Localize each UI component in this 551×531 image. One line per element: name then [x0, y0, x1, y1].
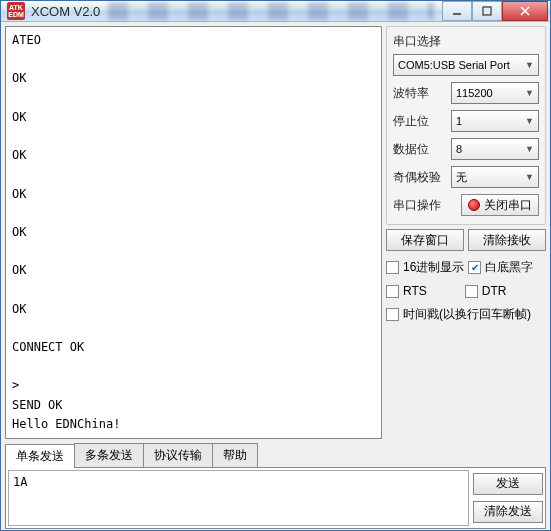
save-window-button[interactable]: 保存窗口 [386, 229, 464, 251]
app-window: ATK EDM XCOM V2.0 ATEO OK OK OK OK OK OK… [0, 0, 551, 531]
timestamp-checkbox[interactable] [386, 308, 399, 321]
send-tabs: 单条发送 多条发送 协议传输 帮助 [5, 443, 546, 468]
minimize-button[interactable] [442, 1, 472, 21]
port-select-combo[interactable]: COM5:USB Serial Port ▼ [393, 54, 539, 76]
databit-label: 数据位 [393, 141, 447, 158]
chevron-down-icon: ▼ [525, 88, 534, 98]
tab-single-send[interactable]: 单条发送 [5, 444, 75, 468]
status-dot-icon [468, 199, 480, 211]
window-title: XCOM V2.0 [31, 4, 100, 19]
rts-label: RTS [403, 284, 427, 298]
chevron-down-icon: ▼ [525, 116, 534, 126]
close-button[interactable] [502, 1, 548, 21]
clear-send-button[interactable]: 清除发送 [473, 501, 543, 523]
close-port-button[interactable]: 关闭串口 [461, 194, 539, 216]
hex-display-label: 16进制显示 [403, 259, 464, 276]
stopbit-label: 停止位 [393, 113, 447, 130]
chevron-down-icon: ▼ [525, 144, 534, 154]
baud-label: 波特率 [393, 85, 447, 102]
tab-help[interactable]: 帮助 [212, 443, 258, 467]
baud-combo[interactable]: 115200▼ [451, 82, 539, 104]
dtr-label: DTR [482, 284, 507, 298]
app-icon: ATK EDM [7, 2, 25, 20]
stopbit-combo[interactable]: 1▼ [451, 110, 539, 132]
port-select-label: 串口选择 [393, 33, 539, 50]
send-button[interactable]: 发送 [473, 473, 543, 495]
titlebar: ATK EDM XCOM V2.0 [1, 1, 550, 22]
databit-combo[interactable]: 8▼ [451, 138, 539, 160]
parity-label: 奇偶校验 [393, 169, 447, 186]
tab-multi-send[interactable]: 多条发送 [74, 443, 144, 467]
port-select-value: COM5:USB Serial Port [398, 59, 510, 71]
white-bg-label: 白底黑字 [485, 259, 533, 276]
hex-display-checkbox[interactable] [386, 261, 399, 274]
port-op-label: 串口操作 [393, 197, 447, 214]
titlebar-blur [108, 2, 434, 20]
chevron-down-icon: ▼ [525, 60, 534, 70]
tab-protocol[interactable]: 协议传输 [143, 443, 213, 467]
parity-combo[interactable]: 无▼ [451, 166, 539, 188]
side-panel: 串口选择 COM5:USB Serial Port ▼ 波特率 115200▼ … [386, 26, 546, 439]
receive-output[interactable]: ATEO OK OK OK OK OK OK OK CONNECT OK > S… [5, 26, 382, 439]
timestamp-label: 时间戳(以换行回车断帧) [403, 306, 531, 323]
clear-receive-button[interactable]: 清除接收 [468, 229, 546, 251]
white-bg-checkbox[interactable]: ✔ [468, 261, 481, 274]
svg-rect-1 [483, 7, 491, 15]
dtr-checkbox[interactable] [465, 285, 478, 298]
maximize-button[interactable] [472, 1, 502, 21]
chevron-down-icon: ▼ [525, 172, 534, 182]
send-input[interactable]: 1A [8, 470, 469, 526]
rts-checkbox[interactable] [386, 285, 399, 298]
